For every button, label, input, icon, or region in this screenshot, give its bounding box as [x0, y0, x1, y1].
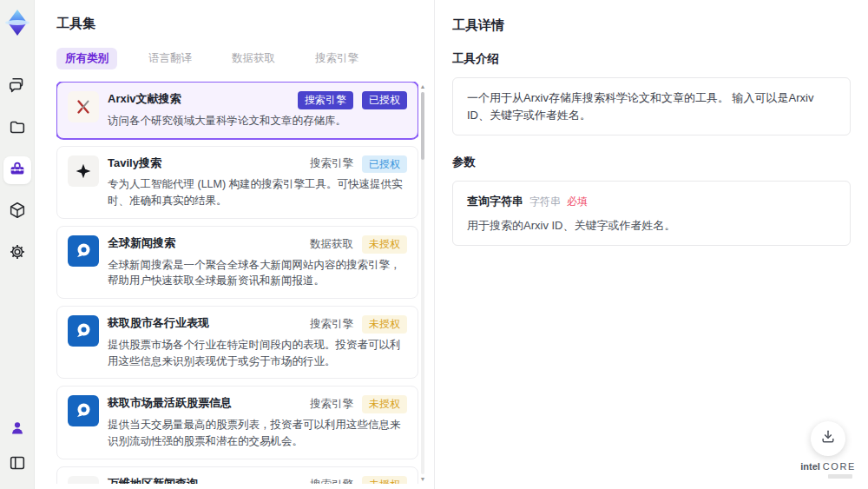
brand-intel: intel: [800, 461, 820, 472]
status-badge: 未授权: [362, 235, 407, 254]
sidebar-item-account[interactable]: [3, 416, 31, 444]
intro-section-title: 工具介绍: [452, 51, 851, 67]
sidebar-item-chat[interactable]: [3, 73, 31, 101]
status-badge: 已授权: [362, 155, 407, 174]
status-badge: 未授权: [362, 395, 407, 413]
tool-item-tavily[interactable]: Tavily搜索搜索引擎已授权专为人工智能代理 (LLM) 构建的搜索引擎工具。…: [56, 146, 418, 219]
tool-body: Arxiv文献搜索搜索引擎已授权访问各个研究领域大量科学论文和文章的存储库。: [108, 91, 407, 129]
tab-search-engine[interactable]: 搜索引擎: [306, 48, 367, 69]
tool-title: 全球新闻搜索: [108, 235, 175, 251]
gear-icon: [8, 242, 27, 265]
toolbox-icon: [8, 159, 27, 182]
download-button[interactable]: [811, 421, 845, 456]
building-icon: [68, 476, 99, 484]
app-window: 工具集 所有类别语言翻译数据获取搜索引擎 Arxiv文献搜索搜索引擎已授权访问各…: [0, 0, 868, 489]
tool-item-arxiv[interactable]: Arxiv文献搜索搜索引擎已授权访问各个研究领域大量科学论文和文章的存储库。: [56, 82, 418, 139]
panel-toggle-icon: [8, 453, 27, 476]
category-label: 搜索引擎: [310, 397, 353, 412]
param-required-badge: 必填: [567, 194, 588, 209]
tab-all-categories[interactable]: 所有类别: [56, 48, 117, 69]
tool-description: 全球新闻搜索是一个聚合全球各大新闻网站内容的搜索引擎，帮助用户快速获取全球最新资…: [108, 257, 407, 290]
tool-body: 获取市场最活跃股票信息搜索引擎未授权提供当天交易量最高的股票列表，投资者可以利用…: [108, 395, 407, 449]
brand-sub-badge: [828, 474, 852, 479]
category-label: 搜索引擎: [310, 156, 353, 171]
details-title: 工具详情: [452, 17, 851, 34]
intel-core-logo: intel CORE: [800, 461, 856, 472]
tool-description: 专为人工智能代理 (LLM) 构建的搜索引擎工具。可快速提供实时、准确和真实的结…: [108, 176, 407, 209]
tavily-star-icon: [68, 155, 99, 187]
tool-title: 获取股市各行业表现: [108, 315, 209, 331]
sidebar-bottom: [3, 416, 31, 479]
tool-body: 获取股市各行业表现搜索引擎未授权提供股票市场各个行业在特定时间段内的表现。投资者…: [108, 315, 407, 369]
status-badge: 未授权: [362, 315, 407, 334]
intro-text: 一个用于从Arxiv存储库搜索科学论文和文章的工具。 输入可以是Arxiv ID…: [467, 91, 813, 122]
app-logo-icon: [2, 7, 33, 38]
tool-description: 提供当天交易量最高的股票列表，投资者可以利用这些信息来识别流动性强的股票和潜在的…: [108, 417, 407, 450]
param-type: 字符串: [529, 194, 561, 209]
tool-title: 获取市场最活跃股票信息: [108, 395, 232, 411]
params-section-title: 参数: [452, 155, 851, 170]
tool-list-scrollbar[interactable]: ▲ ▼: [418, 83, 427, 483]
param-name: 查询字符串: [467, 193, 523, 210]
sidebar-item-files[interactable]: [3, 115, 31, 142]
category-label: 搜索引擎: [310, 317, 353, 332]
category-badge: 搜索引擎: [298, 91, 353, 109]
scrollbar-down-icon[interactable]: ▼: [418, 476, 427, 483]
tool-meta: 搜索引擎未授权: [310, 315, 407, 334]
status-badge: 未授权: [362, 476, 407, 484]
intro-card: 一个用于从Arxiv存储库搜索科学论文和文章的工具。 输入可以是Arxiv ID…: [452, 77, 851, 135]
tool-description: 提供股票市场各个行业在特定时间段内的表现。投资者可以利用这些信息来识别表现优于或…: [108, 337, 407, 370]
cube-icon: [8, 201, 27, 223]
sidebar-item-models[interactable]: [3, 198, 31, 226]
tool-title: Arxiv文献搜索: [108, 91, 181, 107]
tool-title: 万维地区新闻查询: [108, 476, 198, 484]
category-tabs: 所有类别语言翻译数据获取搜索引擎: [56, 48, 434, 69]
scrollbar-up-icon[interactable]: ▲: [418, 83, 427, 90]
tool-list: Arxiv文献搜索搜索引擎已授权访问各个研究领域大量科学论文和文章的存储库。Ta…: [56, 82, 418, 484]
param-description: 用于搜索的Arxiv ID、关键字或作者姓名。: [467, 217, 836, 235]
tool-body: Tavily搜索搜索引擎已授权专为人工智能代理 (LLM) 构建的搜索引擎工具。…: [108, 155, 407, 209]
tool-item-global-news[interactable]: 全球新闻搜索数据获取未授权全球新闻搜索是一个聚合全球各大新闻网站内容的搜索引擎，…: [56, 226, 418, 299]
q-news-logo-icon: [68, 315, 99, 347]
brand-core: CORE: [823, 461, 856, 472]
param-card: 查询字符串 字符串 必填 用于搜索的Arxiv ID、关键字或作者姓名。: [452, 181, 851, 246]
q-news-logo-icon: [68, 395, 99, 426]
page-title: 工具集: [56, 16, 434, 32]
param-header: 查询字符串 字符串 必填: [467, 193, 836, 210]
tab-data-fetch[interactable]: 数据获取: [223, 48, 284, 69]
tool-collection-panel: 工具集 所有类别语言翻译数据获取搜索引擎 Arxiv文献搜索搜索引擎已授权访问各…: [35, 0, 434, 489]
download-icon: [819, 428, 837, 449]
sidebar-item-tools[interactable]: [3, 156, 31, 184]
tool-meta: 数据获取未授权: [310, 235, 407, 254]
sidebar-item-panel-toggle[interactable]: [3, 451, 31, 479]
scrollbar-track[interactable]: [421, 92, 424, 474]
tool-description: 访问各个研究领域大量科学论文和文章的存储库。: [108, 113, 407, 129]
scrollbar-thumb[interactable]: [421, 92, 424, 160]
tool-meta: 搜索引擎已授权: [298, 91, 407, 109]
tool-meta: 搜索引擎未授权: [310, 395, 407, 413]
arxiv-logo-icon: [68, 91, 99, 122]
tool-item-sector-performance[interactable]: 获取股市各行业表现搜索引擎未授权提供股票市场各个行业在特定时间段内的表现。投资者…: [56, 306, 418, 379]
category-label: 数据获取: [310, 237, 353, 252]
user-icon: [8, 419, 27, 441]
tab-translation[interactable]: 语言翻译: [140, 48, 201, 69]
category-label: 搜索引擎: [310, 478, 353, 484]
q-news-logo-icon: [68, 235, 99, 267]
tool-body: 万维地区新闻查询搜索引擎未授权查询具体行政区划内的新闻，快速了解各地新闻动: [108, 476, 407, 484]
tool-details-panel: 工具详情 工具介绍 一个用于从Arxiv存储库搜索科学论文和文章的工具。 输入可…: [434, 0, 868, 489]
corner-widgets: intel CORE: [800, 421, 856, 479]
chat-icon: [8, 76, 27, 98]
tool-item-regional-news[interactable]: 万维地区新闻查询搜索引擎未授权查询具体行政区划内的新闻，快速了解各地新闻动: [56, 466, 418, 484]
tool-meta: 搜索引擎未授权: [310, 476, 407, 484]
folder-icon: [8, 117, 27, 140]
status-badge: 已授权: [362, 91, 407, 109]
sidebar-item-settings[interactable]: [3, 240, 31, 268]
tool-meta: 搜索引擎已授权: [310, 155, 407, 174]
tool-body: 全球新闻搜索数据获取未授权全球新闻搜索是一个聚合全球各大新闻网站内容的搜索引擎，…: [108, 235, 407, 289]
sidebar: [0, 0, 35, 489]
sidebar-nav: [3, 73, 31, 268]
tool-item-most-active-stocks[interactable]: 获取市场最活跃股票信息搜索引擎未授权提供当天交易量最高的股票列表，投资者可以利用…: [56, 386, 418, 459]
tool-title: Tavily搜索: [108, 155, 161, 171]
